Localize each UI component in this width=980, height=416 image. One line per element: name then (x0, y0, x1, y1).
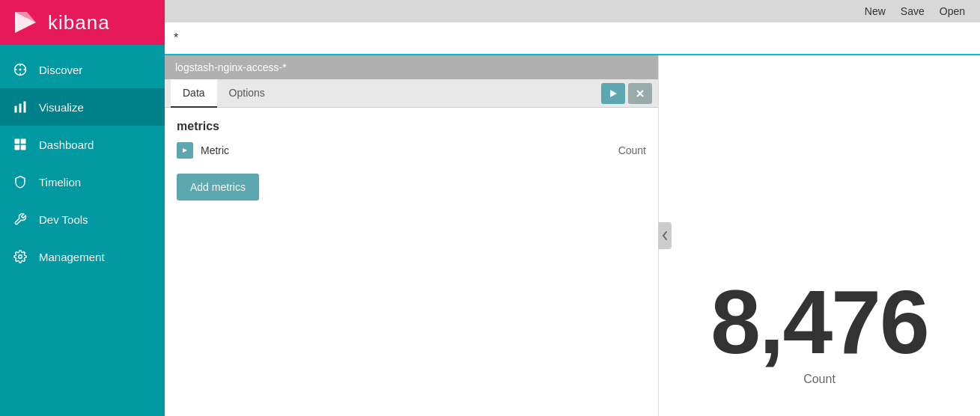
svg-rect-9 (19, 104, 22, 113)
sidebar-item-management-label: Management (39, 251, 105, 263)
collapse-panel-button[interactable] (658, 222, 672, 249)
metric-row: Metric Count (177, 142, 646, 159)
svg-rect-12 (21, 139, 26, 144)
svg-point-15 (19, 255, 22, 259)
sidebar-item-timelion[interactable]: Timelion (0, 163, 165, 201)
metric-expand-button[interactable] (177, 142, 193, 159)
panel-content: metrics Metric Count Add metrics (165, 108, 658, 416)
metric-display-label: Count (803, 373, 836, 386)
metric-label: Metric (201, 144, 618, 156)
add-metrics-button[interactable]: Add metrics (177, 174, 259, 201)
metrics-section-title: metrics (177, 120, 646, 133)
svg-rect-14 (21, 145, 26, 150)
sidebar-item-devtools-label: Dev Tools (39, 213, 88, 226)
svg-marker-16 (610, 90, 617, 97)
sidebar-item-discover[interactable]: Discover (0, 51, 165, 88)
compass-icon (12, 61, 28, 78)
sidebar-item-management[interactable]: Management (0, 238, 165, 275)
new-button[interactable]: New (865, 5, 886, 17)
open-button[interactable]: Open (940, 5, 965, 17)
metric-display-value: 8,476 (710, 277, 928, 367)
run-button[interactable] (601, 83, 625, 104)
svg-rect-11 (15, 139, 20, 144)
svg-rect-10 (24, 102, 26, 113)
index-badge: logstash-nginx-access-* (165, 55, 658, 79)
metric-type: Count (618, 144, 646, 156)
sidebar-item-visualize-label: Visualize (39, 101, 84, 114)
sidebar: kibana Discover Visualize Dashboard Tim (0, 0, 165, 416)
sidebar-item-dashboard-label: Dashboard (39, 138, 94, 151)
content-area: logstash-nginx-access-* Data Options met… (165, 55, 980, 416)
sidebar-item-timelion-label: Timelion (39, 176, 81, 189)
search-bar (165, 22, 980, 55)
save-button[interactable]: Save (901, 5, 925, 17)
shield-icon (12, 174, 28, 190)
kibana-logo-icon (12, 9, 39, 36)
svg-point-3 (19, 69, 22, 71)
grid-icon (12, 136, 28, 153)
sidebar-item-discover-label: Discover (39, 64, 82, 76)
svg-rect-8 (15, 106, 17, 113)
main-content: New Save Open logstash-nginx-access-* Da… (165, 0, 980, 416)
logo-text: kibana (48, 11, 110, 34)
tab-actions (601, 83, 652, 104)
search-input[interactable] (174, 31, 971, 45)
tab-options[interactable]: Options (217, 79, 277, 108)
sidebar-item-visualize[interactable]: Visualize (0, 88, 165, 126)
visualization-panel: 8,476 Count (659, 55, 980, 416)
tab-data[interactable]: Data (171, 79, 217, 108)
tabs-bar: Data Options (165, 79, 658, 108)
logo: kibana (0, 0, 165, 45)
gear-icon (12, 248, 28, 265)
sidebar-item-dashboard[interactable]: Dashboard (0, 126, 165, 163)
svg-rect-13 (15, 145, 20, 150)
left-panel: logstash-nginx-access-* Data Options met… (165, 55, 659, 416)
topbar: New Save Open (165, 0, 980, 22)
svg-marker-19 (183, 148, 187, 153)
sidebar-item-devtools[interactable]: Dev Tools (0, 201, 165, 238)
sidebar-nav: Discover Visualize Dashboard Timelion De (0, 45, 165, 275)
wrench-icon (12, 211, 28, 227)
clear-button[interactable] (628, 83, 652, 104)
bar-chart-icon (12, 99, 28, 115)
